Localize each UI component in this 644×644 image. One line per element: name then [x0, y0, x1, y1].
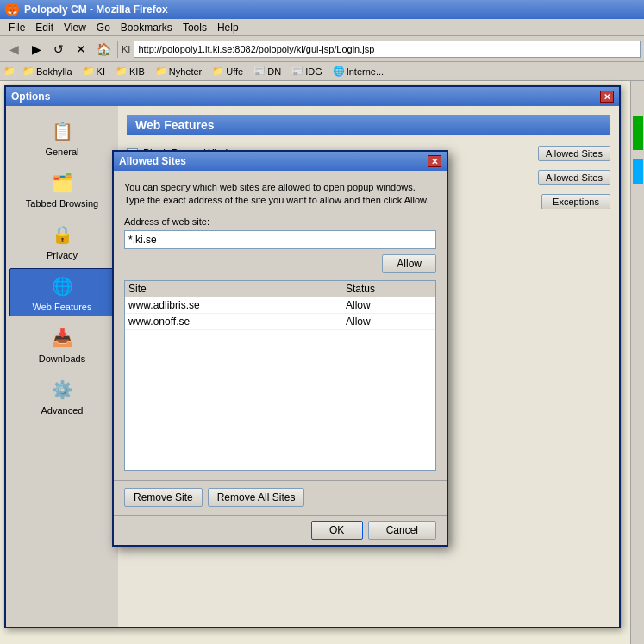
bookmark-kib[interactable]: 📁 KIB — [112, 65, 148, 78]
bookmark-nyheter[interactable]: 📁 Nyheter — [152, 65, 206, 78]
site-value-1: www.adlibris.se — [128, 299, 346, 311]
menu-view[interactable]: View — [59, 20, 91, 35]
table-row[interactable]: www.adlibris.se Allow — [125, 297, 435, 314]
web-features-icon: 🌐 — [48, 272, 76, 300]
cancel-button[interactable]: Cancel — [368, 521, 436, 540]
allowed-sites-content: You can specify which web sites are allo… — [114, 171, 447, 481]
bookmark-uffe[interactable]: 📁 Uffe — [209, 65, 247, 78]
exceptions-btn[interactable]: Exceptions — [541, 194, 610, 209]
browser-content: Options ✕ 📋 General 🗂️ Tabbed Browsing 🔒… — [0, 81, 644, 644]
sites-table-header: Site Status — [125, 281, 435, 297]
options-dialog-title: Options — [11, 91, 50, 103]
remove-buttons-row: Remove Site Remove All Sites — [114, 480, 447, 514]
status-value-1: Allow — [346, 299, 432, 311]
allowed-sites-titlebar: Allowed Sites ✕ — [114, 152, 447, 171]
allowed-sites-btn-1[interactable]: Allowed Sites — [538, 146, 610, 161]
sidebar-item-general[interactable]: 📋 General — [9, 113, 115, 161]
menu-edit[interactable]: Edit — [30, 20, 59, 35]
table-row[interactable]: www.onoff.se Allow — [125, 314, 435, 330]
firefox-icon: 🦊 — [5, 3, 19, 16]
col-header-status: Status — [346, 283, 432, 295]
stop-button[interactable]: ✕ — [71, 39, 91, 59]
allow-button[interactable]: Allow — [382, 254, 436, 273]
downloads-icon: 📥 — [48, 324, 76, 352]
col-header-site: Site — [128, 283, 346, 295]
toolbar-separator — [117, 41, 118, 58]
allowed-sites-address-input[interactable] — [124, 230, 436, 249]
remove-all-button[interactable]: Remove All Sites — [208, 488, 305, 507]
privacy-icon: 🔒 — [48, 221, 76, 248]
scroll-thumb-green — [633, 116, 643, 150]
bookmarks-bar: 📁 📁 Bokhylla 📁 KI 📁 KIB 📁 Nyheter 📁 Uffe… — [0, 62, 644, 81]
sidebar-item-tabbed-browsing[interactable]: 🗂️ Tabbed Browsing — [9, 165, 115, 213]
options-dialog-close[interactable]: ✕ — [600, 91, 614, 103]
sidebar-item-downloads[interactable]: 📥 Downloads — [9, 320, 115, 368]
bookmark-dn[interactable]: 📰 DN — [250, 65, 284, 78]
bookmark-idg[interactable]: 📰 IDG — [288, 65, 326, 78]
sidebar-label-downloads: Downloads — [39, 353, 85, 364]
general-icon: 📋 — [48, 117, 76, 145]
sidebar-label-privacy: Privacy — [47, 250, 78, 260]
tabbed-browsing-icon: 🗂️ — [48, 169, 76, 197]
bookmark-bokhylla[interactable]: 📁 Bokhylla — [19, 65, 76, 78]
sites-table-body: www.adlibris.se Allow www.onoff.se Allow — [125, 297, 435, 470]
sidebar-item-privacy[interactable]: 🔒 Privacy — [9, 216, 115, 265]
sidebar-item-web-features[interactable]: 🌐 Web Features — [9, 268, 115, 316]
back-button[interactable]: ◀ — [3, 39, 24, 59]
bookmark-internet[interactable]: 🌐 Interne... — [329, 65, 387, 78]
address-input[interactable] — [134, 41, 641, 58]
sidebar-label-advanced: Advanced — [41, 405, 84, 416]
advanced-icon: ⚙️ — [48, 376, 76, 403]
reload-button[interactable]: ↺ — [48, 39, 69, 59]
menu-bar: File Edit View Go Bookmarks Tools Help — [0, 19, 644, 36]
menu-bookmarks[interactable]: Bookmarks — [116, 20, 178, 35]
bookmarks-label: 📁 — [3, 66, 16, 77]
allowed-sites-description: You can specify which web sites are allo… — [124, 181, 436, 208]
forward-button[interactable]: ▶ — [26, 39, 47, 59]
sidebar-label-web-features: Web Features — [33, 302, 92, 312]
allowed-sites-dialog: Allowed Sites ✕ You can specify which we… — [112, 150, 448, 547]
allowed-sites-close[interactable]: ✕ — [428, 155, 441, 167]
sidebar-label-tabbed-browsing: Tabbed Browsing — [26, 198, 98, 209]
window-title: Polopoly CM - Mozilla Firefox — [24, 3, 168, 16]
site-value-2: www.onoff.se — [128, 316, 346, 328]
menu-help[interactable]: Help — [212, 20, 244, 35]
allowed-sites-address-label: Address of web site: — [124, 216, 436, 227]
menu-go[interactable]: Go — [91, 20, 116, 35]
ok-cancel-row: OK Cancel — [114, 515, 447, 545]
sidebar-label-general: General — [45, 147, 78, 157]
menu-tools[interactable]: Tools — [178, 20, 212, 35]
sites-table-container: Site Status www.adlibris.se Allow www.on… — [124, 280, 436, 471]
panel-title: Web Features — [127, 115, 610, 135]
ok-button[interactable]: OK — [311, 521, 363, 540]
title-bar: 🦊 Polopoly CM - Mozilla Firefox — [0, 0, 644, 19]
address-label: KI — [122, 44, 130, 54]
remove-site-button[interactable]: Remove Site — [124, 488, 203, 507]
sidebar-item-advanced[interactable]: ⚙️ Advanced — [9, 372, 115, 420]
toolbar: ◀ ▶ ↺ ✕ 🏠 KI — [0, 36, 644, 62]
allow-btn-row: Allow — [124, 254, 436, 273]
status-value-2: Allow — [346, 316, 432, 328]
bookmark-ki[interactable]: 📁 KI — [79, 65, 109, 78]
options-dialog-titlebar: Options ✕ — [6, 87, 619, 106]
menu-file[interactable]: File — [3, 20, 30, 35]
scrollbar[interactable] — [630, 81, 644, 644]
address-bar: KI — [122, 41, 641, 58]
allowed-sites-btn-2[interactable]: Allowed Sites — [538, 170, 610, 185]
home-button[interactable]: 🏠 — [93, 39, 114, 59]
sidebar: 📋 General 🗂️ Tabbed Browsing 🔒 Privacy 🌐… — [6, 106, 118, 627]
allowed-sites-title-text: Allowed Sites — [119, 155, 186, 167]
scroll-thumb-blue — [633, 159, 643, 184]
